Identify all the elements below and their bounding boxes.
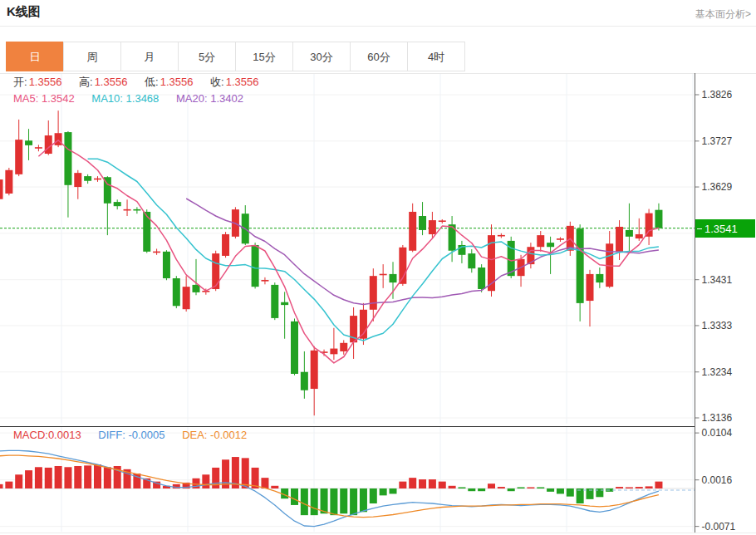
macd-histogram-bar — [340, 488, 347, 513]
candle-body — [596, 274, 603, 282]
diff-label: DIFF: — [98, 429, 125, 441]
macd-histogram-bar — [616, 487, 623, 488]
macd-histogram-bar — [626, 488, 633, 489]
macd-histogram-bar — [478, 488, 485, 491]
candle-body — [547, 243, 554, 247]
macd-histogram-bar — [557, 488, 564, 493]
candle-body — [330, 349, 337, 355]
macd-histogram-bar — [498, 487, 505, 488]
candle-body — [45, 135, 52, 154]
candle-body — [271, 285, 278, 318]
ma5-value: 1.3542 — [42, 92, 75, 105]
macd-histogram-bar — [429, 479, 436, 488]
macd-histogram-bar — [301, 488, 308, 515]
macd-histogram-bar — [104, 467, 111, 488]
macd-histogram-bar — [646, 486, 653, 488]
macd-histogram-bar — [94, 464, 101, 488]
macd-histogram-bar — [64, 467, 71, 488]
ma-info-bar: MA5: 1.3542 MA10: 1.3468 MA20: 1.3402 — [13, 92, 258, 105]
candle-body — [212, 253, 219, 289]
macd-histogram-bar — [321, 488, 328, 513]
candle-body — [498, 235, 505, 237]
candle-body — [557, 238, 564, 240]
kline-page: K线图 基本面分析> 日 周 月 5分 15分 30分 60分 4时 1.382… — [0, 0, 756, 535]
candle-body — [124, 209, 131, 211]
candle-body — [616, 227, 623, 252]
candle-body — [419, 216, 426, 230]
candle-body — [74, 173, 81, 187]
candle-body — [153, 252, 160, 253]
dea-label: DEA: — [182, 429, 207, 441]
price-tick-label: 1.3431 — [702, 274, 733, 286]
price-tick-label: 1.3727 — [702, 135, 733, 147]
candle-body — [577, 228, 584, 303]
candle-body — [429, 220, 436, 234]
macd-histogram-bar — [202, 474, 209, 488]
macd-info-bar: MACD:0.0013 DIFF: -0.0005 DEA: -0.0012 — [13, 429, 261, 441]
macd-histogram-bar — [55, 466, 62, 488]
candle-body — [5, 170, 12, 194]
macd-histogram-bar — [360, 488, 367, 512]
ma5-label: MA5: — [13, 92, 38, 105]
price-tick-label: 1.3234 — [702, 366, 733, 378]
macd-histogram-bar — [350, 488, 357, 515]
candle-body — [655, 210, 662, 228]
candle-body — [114, 202, 121, 206]
candle-body — [193, 285, 200, 292]
macd-histogram-bar — [0, 484, 3, 488]
macd-histogram-bar — [439, 482, 446, 488]
candle-body — [291, 321, 298, 374]
high-value: 1.3556 — [95, 76, 128, 88]
macd-histogram-bar — [577, 488, 584, 503]
low-value: 1.3556 — [160, 76, 194, 88]
price-tick-label: 1.3826 — [702, 89, 733, 101]
ma10-value: 1.3468 — [126, 92, 160, 105]
candle-body — [281, 302, 288, 305]
candle-body — [409, 212, 416, 251]
macd-histogram-bar — [370, 488, 377, 503]
candle-body — [478, 268, 485, 289]
candle-body — [143, 212, 150, 252]
candle-body — [173, 278, 180, 306]
macd-histogram-bar — [390, 488, 397, 493]
candle-body — [64, 132, 71, 185]
ma10-label: MA10: — [91, 92, 123, 105]
candle-body — [15, 140, 22, 174]
candle-body — [370, 276, 377, 310]
macd-label: MACD: — [13, 429, 48, 441]
candle-body — [646, 214, 653, 237]
macd-histogram-bar — [458, 488, 465, 489]
candle-body — [380, 274, 387, 276]
low-label: 低: — [145, 76, 159, 88]
macd-histogram-bar — [399, 482, 406, 488]
diff-value: -0.0005 — [128, 429, 164, 441]
macd-histogram-bar — [419, 479, 426, 488]
macd-histogram-bar — [508, 488, 515, 491]
current-price-tag: 1.3541 — [695, 219, 755, 238]
macd-histogram-bar — [45, 468, 52, 488]
macd-histogram-bar — [242, 458, 249, 488]
macd-histogram-bar — [15, 474, 22, 488]
macd-histogram-bar — [291, 488, 298, 505]
macd-tick-label: -0.0071 — [702, 521, 736, 533]
ohlc-info-bar: 开:1.3556 高:1.3556 低:1.3556 收:1.3556 — [13, 75, 272, 90]
candle-body — [537, 235, 544, 247]
candle-body — [222, 234, 229, 256]
macd-histogram-bar — [567, 488, 574, 497]
candle-body — [25, 140, 32, 145]
tag-tick-mark — [697, 228, 702, 229]
close-label: 收: — [210, 76, 224, 88]
macd-histogram-bar — [74, 466, 81, 488]
candle-body — [183, 287, 190, 309]
candle-body — [301, 372, 308, 390]
macd-histogram-bar — [537, 488, 544, 489]
macd-histogram-bar — [5, 482, 12, 488]
candle-body — [35, 147, 42, 149]
macd-histogram-bar — [409, 478, 416, 488]
macd-histogram-bar — [518, 488, 525, 489]
candle-body — [94, 179, 101, 180]
price-tick-label: 1.3136 — [702, 412, 733, 424]
macd-histogram-bar — [547, 488, 554, 492]
candle-body — [84, 176, 91, 181]
candle-body — [0, 179, 3, 199]
